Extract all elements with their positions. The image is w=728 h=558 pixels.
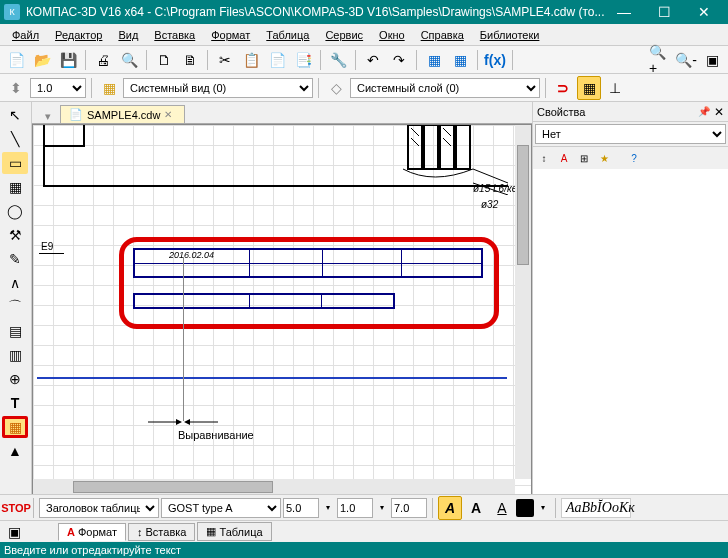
menu-help[interactable]: Справка xyxy=(413,27,472,43)
menu-edit[interactable]: Редактор xyxy=(47,27,110,43)
menu-window[interactable]: Окно xyxy=(371,27,413,43)
size2-input[interactable] xyxy=(337,498,373,518)
dim-label-1: ø15 L6/ке xyxy=(473,183,517,194)
properties-object-select[interactable]: Нет xyxy=(535,124,726,144)
window-title: КОМПАС-3D V16 x64 - C:\Program Files\ASC… xyxy=(26,5,604,19)
underline-button[interactable]: A xyxy=(490,496,514,520)
size1-dropdown[interactable]: ▾ xyxy=(321,496,335,520)
redo-button[interactable]: ↷ xyxy=(387,48,411,72)
proptab-format[interactable]: A Формат xyxy=(58,523,126,541)
document-tab[interactable]: 📄 SAMPLE4.cdw ✕ xyxy=(60,105,185,123)
menu-service[interactable]: Сервис xyxy=(317,27,371,43)
tabbar-dropdown[interactable]: ▾ xyxy=(36,110,60,123)
black-button[interactable] xyxy=(516,499,534,517)
dimension-tool[interactable]: ⊕ xyxy=(2,368,28,390)
circle-tool[interactable]: ◯ xyxy=(2,200,28,222)
array-tool[interactable]: ▦ xyxy=(2,176,28,198)
library2-button[interactable]: ▦ xyxy=(448,48,472,72)
library-button[interactable]: ▦ xyxy=(422,48,446,72)
horizontal-scrollbar[interactable] xyxy=(33,479,515,495)
snap-button[interactable]: ⊃ xyxy=(551,76,575,100)
print-preview-button[interactable]: 🔍 xyxy=(117,48,141,72)
select-tool[interactable]: ↖ xyxy=(2,104,28,126)
variables-button[interactable]: f(x) xyxy=(483,48,507,72)
insert-icon: ↕ xyxy=(137,526,143,538)
menu-libraries[interactable]: Библиотеки xyxy=(472,27,548,43)
proptab-insert[interactable]: ↕ Вставка xyxy=(128,523,195,541)
menu-insert[interactable]: Вставка xyxy=(146,27,203,43)
table-2[interactable] xyxy=(133,293,395,309)
table-tool[interactable]: ▦ xyxy=(2,416,28,438)
edit-tool[interactable]: ✎ xyxy=(2,248,28,270)
print-button[interactable]: 🖨 xyxy=(91,48,115,72)
prop-expand-button[interactable]: ⊞ xyxy=(575,149,593,167)
open-button[interactable]: 📂 xyxy=(30,48,54,72)
save-button[interactable]: 💾 xyxy=(56,48,80,72)
text-tool[interactable]: T xyxy=(2,392,28,414)
close-button[interactable]: ✕ xyxy=(684,0,724,24)
pin-icon[interactable]: 📌 xyxy=(698,106,710,117)
new-button[interactable]: 📄 xyxy=(4,48,28,72)
pointer-tool[interactable]: ▲ xyxy=(2,440,28,462)
statusbar: Введите или отредактируйте текст xyxy=(0,542,728,558)
cut-button[interactable]: ✂ xyxy=(213,48,237,72)
proptab-table[interactable]: ▦ Таблица xyxy=(197,522,271,541)
view-manager-button[interactable]: ▦ xyxy=(97,76,121,100)
preview-a-button[interactable]: 🗋 xyxy=(152,48,176,72)
designation2-tool[interactable]: ▥ xyxy=(2,344,28,366)
vertical-scrollbar[interactable] xyxy=(515,125,531,479)
canvas-viewport[interactable]: ø15 L6/ке ø32 E9 2016.02.04 xyxy=(32,124,532,496)
undo-button[interactable]: ↶ xyxy=(361,48,385,72)
menu-table[interactable]: Таблица xyxy=(258,27,317,43)
svg-line-7 xyxy=(443,138,451,146)
tab-close[interactable]: ✕ xyxy=(164,109,176,121)
view-select[interactable]: Системный вид (0) xyxy=(123,78,313,98)
panel-close[interactable]: ✕ xyxy=(714,105,724,119)
svg-line-5 xyxy=(411,138,419,146)
minimize-button[interactable]: — xyxy=(604,0,644,24)
paste-special-button[interactable]: 📑 xyxy=(291,48,315,72)
font-select[interactable]: GOST type A xyxy=(161,498,281,518)
italic-button[interactable]: A xyxy=(438,496,462,520)
copy-button[interactable]: 📋 xyxy=(239,48,263,72)
scale-select[interactable]: 1.0 xyxy=(30,78,86,98)
paste-button[interactable]: 📄 xyxy=(265,48,289,72)
layers-button[interactable]: ⬍ xyxy=(4,76,28,100)
prop-filter-button[interactable]: A xyxy=(555,149,573,167)
designation-tool[interactable]: ▤ xyxy=(2,320,28,342)
prop-sort-button[interactable]: ↕ xyxy=(535,149,553,167)
menu-view[interactable]: Вид xyxy=(110,27,146,43)
drawing-canvas[interactable]: ø15 L6/ке ø32 E9 2016.02.04 xyxy=(33,125,531,495)
layer-manager-button[interactable]: ◇ xyxy=(324,76,348,100)
zoom-fit-button[interactable]: ▣ xyxy=(700,48,724,72)
compass-tool[interactable]: ∧ xyxy=(2,272,28,294)
stop-button[interactable]: STOP xyxy=(4,496,28,520)
size1-input[interactable] xyxy=(283,498,319,518)
table-1[interactable]: 2016.02.04 xyxy=(133,248,483,278)
arc-tool[interactable]: ⌒ xyxy=(2,296,28,318)
ortho-button[interactable]: ⊥ xyxy=(603,76,627,100)
size2-dropdown[interactable]: ▾ xyxy=(375,496,389,520)
zoom-out-button[interactable]: 🔍- xyxy=(674,48,698,72)
menu-format[interactable]: Формат xyxy=(203,27,258,43)
prop-help-button[interactable]: ? xyxy=(625,149,643,167)
grid-snap-button[interactable]: ▦ xyxy=(577,76,601,100)
menu-file[interactable]: Файл xyxy=(4,27,47,43)
color-dropdown[interactable]: ▾ xyxy=(536,496,550,520)
maximize-button[interactable]: ☐ xyxy=(644,0,684,24)
zoom-in-button[interactable]: 🔍+ xyxy=(648,48,672,72)
line-tool[interactable]: ╲ xyxy=(2,128,28,150)
bold-button[interactable]: A xyxy=(464,496,488,520)
svg-line-6 xyxy=(443,128,451,136)
header-select[interactable]: Заголовок таблицы xyxy=(39,498,159,518)
geometry-tool[interactable]: ▭ xyxy=(2,152,28,174)
draft-tool[interactable]: ⚒ xyxy=(2,224,28,246)
properties-header: Свойства 📌 ✕ xyxy=(533,102,728,122)
properties-button[interactable]: 🔧 xyxy=(326,48,350,72)
propbar-tool-1[interactable]: ▣ xyxy=(4,523,24,541)
preview-b-button[interactable]: 🗎 xyxy=(178,48,202,72)
layer-select[interactable]: Системный слой (0) xyxy=(350,78,540,98)
prop-star-button[interactable]: ★ xyxy=(595,149,613,167)
properties-panel: Свойства 📌 ✕ Нет ↕ A ⊞ ★ ? xyxy=(532,102,728,496)
size3-input[interactable] xyxy=(391,498,427,518)
